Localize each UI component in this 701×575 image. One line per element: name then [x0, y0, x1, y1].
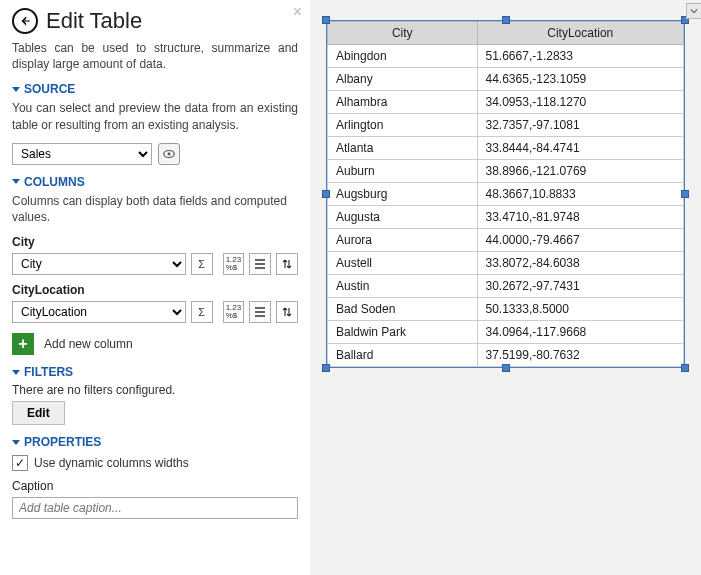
table-cell: Austin [328, 275, 478, 298]
resize-handle[interactable] [322, 364, 330, 372]
section-heading: FILTERS [24, 365, 73, 379]
align-button[interactable] [249, 253, 271, 275]
number-format-icon: 1.23%$ [226, 256, 242, 272]
section-heading: SOURCE [24, 82, 75, 96]
table-cell: Austell [328, 252, 478, 275]
column-header[interactable]: City [328, 22, 478, 45]
section-filters[interactable]: FILTERS [12, 365, 298, 379]
align-icon [254, 258, 266, 270]
sort-button[interactable] [276, 301, 298, 323]
columns-desc: Columns can display both data fields and… [12, 193, 298, 225]
add-column-label: Add new column [44, 337, 133, 351]
table-cell: 33.8072,-84.6038 [477, 252, 683, 275]
preview-area: CityCityLocation Abingdon51.6667,-1.2833… [310, 0, 701, 575]
table-row[interactable]: Baldwin Park34.0964,-117.9668 [328, 321, 684, 344]
table-row[interactable]: Austin30.2672,-97.7431 [328, 275, 684, 298]
aggregate-button[interactable]: Σ [191, 253, 213, 275]
section-heading: COLUMNS [24, 175, 85, 189]
section-columns[interactable]: COLUMNS [12, 175, 298, 189]
aggregate-button[interactable]: Σ [191, 301, 213, 323]
table-cell: Auburn [328, 160, 478, 183]
table-row[interactable]: Abingdon51.6667,-1.2833 [328, 45, 684, 68]
column-label: City [12, 235, 298, 249]
sort-button[interactable] [276, 253, 298, 275]
resize-handle[interactable] [322, 190, 330, 198]
number-format-icon: 1.23%$ [226, 304, 242, 320]
table-cell: Alhambra [328, 91, 478, 114]
column-row: CityΣ1.23%$ [12, 253, 298, 275]
section-heading: PROPERTIES [24, 435, 101, 449]
column-field-select[interactable]: City [12, 253, 186, 275]
table-cell: 50.1333,8.5000 [477, 298, 683, 321]
source-select[interactable]: Sales [12, 143, 152, 165]
add-column-button[interactable]: + Add new column [12, 333, 298, 355]
table-cell: 34.0953,-118.1270 [477, 91, 683, 114]
table-row[interactable]: Arlington32.7357,-97.1081 [328, 114, 684, 137]
table-cell: 34.0964,-117.9668 [477, 321, 683, 344]
table-row[interactable]: Bad Soden50.1333,8.5000 [328, 298, 684, 321]
table-cell: 38.8966,-121.0769 [477, 160, 683, 183]
table-cell: 32.7357,-97.1081 [477, 114, 683, 137]
section-source[interactable]: SOURCE [12, 82, 298, 96]
svg-point-2 [168, 152, 171, 155]
table-cell: Aurora [328, 229, 478, 252]
edit-filters-button[interactable]: Edit [12, 401, 65, 425]
resize-handle[interactable] [681, 364, 689, 372]
format-button[interactable]: 1.23%$ [223, 301, 245, 323]
caption-input[interactable] [12, 497, 298, 519]
widget-menu-button[interactable] [686, 3, 701, 19]
eye-icon [162, 147, 176, 161]
column-field-select[interactable]: CityLocation [12, 301, 186, 323]
data-table: CityCityLocation Abingdon51.6667,-1.2833… [327, 21, 684, 367]
chevron-down-icon [690, 7, 698, 15]
table-row[interactable]: Auburn38.8966,-121.0769 [328, 160, 684, 183]
page-title: Edit Table [46, 8, 142, 34]
page-intro: Tables can be used to structure, summari… [12, 40, 298, 72]
svg-rect-0 [23, 20, 30, 21]
edit-panel: × Edit Table Tables can be used to struc… [0, 0, 310, 575]
source-desc: You can select and preview the data from… [12, 100, 298, 132]
table-row[interactable]: Augusta33.4710,-81.9748 [328, 206, 684, 229]
table-row[interactable]: Augsburg48.3667,10.8833 [328, 183, 684, 206]
table-cell: 44.0000,-79.4667 [477, 229, 683, 252]
table-row[interactable]: Aurora44.0000,-79.4667 [328, 229, 684, 252]
table-cell: 51.6667,-1.2833 [477, 45, 683, 68]
resize-handle[interactable] [681, 190, 689, 198]
collapse-icon [12, 179, 20, 184]
filters-empty: There are no filters configured. [12, 383, 298, 397]
section-properties[interactable]: PROPERTIES [12, 435, 298, 449]
close-icon[interactable]: × [293, 4, 302, 20]
resize-handle[interactable] [502, 364, 510, 372]
table-cell: Bad Soden [328, 298, 478, 321]
format-button[interactable]: 1.23%$ [223, 253, 245, 275]
table-cell: Augsburg [328, 183, 478, 206]
table-cell: 33.8444,-84.4741 [477, 137, 683, 160]
arrow-left-icon [18, 14, 32, 28]
table-row[interactable]: Austell33.8072,-84.6038 [328, 252, 684, 275]
align-button[interactable] [249, 301, 271, 323]
resize-handle[interactable] [322, 16, 330, 24]
table-cell: 33.4710,-81.9748 [477, 206, 683, 229]
table-row[interactable]: Albany44.6365,-123.1059 [328, 68, 684, 91]
table-cell: Albany [328, 68, 478, 91]
back-button[interactable] [12, 8, 38, 34]
table-row[interactable]: Alhambra34.0953,-118.1270 [328, 91, 684, 114]
collapse-icon [12, 440, 20, 445]
sort-icon [281, 306, 293, 318]
align-icon [254, 306, 266, 318]
plus-icon: + [12, 333, 34, 355]
table-row[interactable]: Atlanta33.8444,-84.4741 [328, 137, 684, 160]
caption-label: Caption [12, 479, 298, 493]
table-cell: Ballard [328, 344, 478, 367]
table-widget[interactable]: CityCityLocation Abingdon51.6667,-1.2833… [326, 20, 685, 368]
table-cell: Abingdon [328, 45, 478, 68]
preview-data-button[interactable] [158, 143, 180, 165]
sigma-icon: Σ [198, 258, 205, 270]
collapse-icon [12, 87, 20, 92]
collapse-icon [12, 370, 20, 375]
resize-handle[interactable] [502, 16, 510, 24]
sigma-icon: Σ [198, 306, 205, 318]
dynamic-widths-checkbox[interactable]: ✓ [12, 455, 28, 471]
table-cell: Baldwin Park [328, 321, 478, 344]
column-header[interactable]: CityLocation [477, 22, 683, 45]
